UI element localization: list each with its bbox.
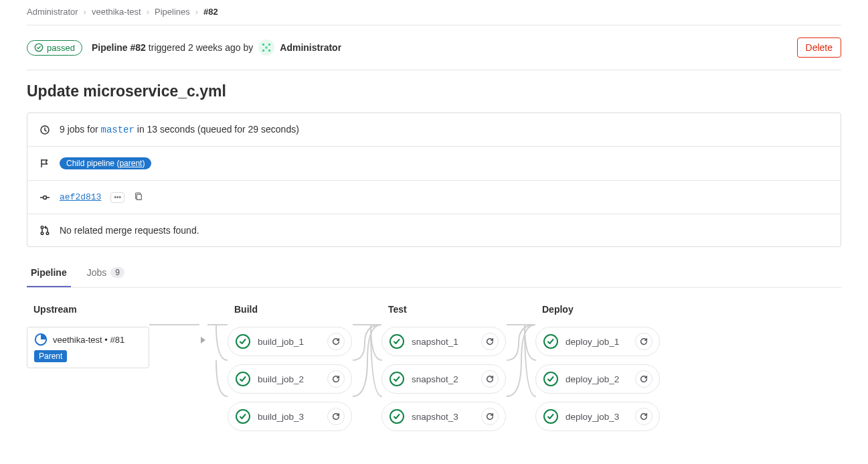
- merge-requests-row: No related merge requests found.: [27, 214, 841, 246]
- flag-icon: [39, 158, 50, 169]
- job-name: deploy_job_1: [566, 337, 628, 347]
- job-pill[interactable]: build_job_1: [228, 327, 352, 356]
- stage-title-deploy: Deploy: [535, 304, 689, 315]
- breadcrumb-separator: ›: [84, 7, 86, 17]
- child-pipeline-row: Child pipeline (parent): [27, 147, 841, 181]
- breadcrumb-current: #82: [203, 7, 218, 17]
- deploy-column: Deploy deploy_job_1 deploy_job_2 deploy_…: [535, 304, 689, 431]
- parent-pipeline-link[interactable]: parent: [119, 159, 142, 168]
- retry-button[interactable]: [635, 333, 653, 350]
- pipeline-id: Pipeline #82: [92, 42, 146, 53]
- commit-sha-link[interactable]: aef2d813: [60, 192, 101, 202]
- retry-button[interactable]: [327, 370, 345, 388]
- pipeline-details-card: 9 jobs for master in 13 seconds (queued …: [27, 112, 841, 247]
- jobs-count-badge: 9: [110, 267, 124, 278]
- job-name: snapshot_2: [412, 374, 474, 384]
- chevron-right-icon: [201, 337, 205, 343]
- svg-rect-8: [137, 194, 141, 200]
- breadcrumb-separator: ›: [195, 7, 198, 17]
- commit-icon: [39, 192, 50, 203]
- svg-rect-4: [262, 50, 264, 52]
- svg-rect-3: [266, 47, 268, 49]
- retry-button[interactable]: [635, 370, 653, 388]
- delete-button[interactable]: Delete: [797, 37, 841, 58]
- child-pipeline-badge: Child pipeline (parent): [60, 157, 151, 169]
- pipeline-tabs: Pipeline Jobs 9: [27, 259, 841, 288]
- job-pill[interactable]: snapshot_3: [381, 402, 506, 431]
- page-title: Update microservice_c.yml: [27, 70, 841, 112]
- check-circle-icon: [235, 371, 251, 387]
- parent-badge: Parent: [34, 350, 67, 362]
- expand-commit-button[interactable]: •••: [110, 192, 124, 203]
- running-icon: [34, 333, 48, 346]
- job-pill[interactable]: deploy_job_1: [535, 327, 660, 356]
- retry-button[interactable]: [327, 333, 345, 350]
- breadcrumb-item[interactable]: Pipelines: [155, 7, 190, 17]
- branch-link[interactable]: master: [100, 125, 134, 135]
- pipeline-header: passed Pipeline #82 triggered 2 weeks ag…: [27, 25, 841, 70]
- retry-button[interactable]: [327, 408, 345, 425]
- job-pill[interactable]: snapshot_2: [381, 364, 506, 394]
- merge-request-icon: [39, 225, 50, 236]
- stage-title-upstream: Upstream: [27, 304, 228, 315]
- job-name: snapshot_3: [412, 412, 474, 422]
- job-pill[interactable]: build_job_2: [228, 364, 352, 394]
- breadcrumb-item[interactable]: veethika-test: [92, 7, 141, 17]
- stage-title-build: Build: [228, 304, 381, 315]
- clock-icon: [39, 125, 50, 135]
- upstream-pipeline-card[interactable]: veethika-test • #81 Parent: [27, 327, 149, 368]
- svg-rect-2: [268, 44, 270, 46]
- status-badge[interactable]: passed: [27, 40, 82, 56]
- job-name: deploy_job_3: [566, 412, 628, 422]
- retry-button[interactable]: [635, 408, 653, 425]
- identicon-icon: [260, 41, 273, 54]
- retry-button[interactable]: [481, 370, 499, 388]
- job-name: snapshot_1: [412, 337, 474, 347]
- breadcrumb-item[interactable]: Administrator: [27, 7, 78, 17]
- job-name: deploy_job_2: [566, 374, 628, 384]
- check-circle-icon: [34, 43, 44, 52]
- jobs-row: 9 jobs for master in 13 seconds (queued …: [27, 113, 841, 147]
- upstream-column: Upstream veethika-test • #81 Parent: [27, 304, 228, 431]
- svg-rect-5: [268, 50, 270, 52]
- tab-pipeline[interactable]: Pipeline: [27, 259, 71, 287]
- triggered-text: triggered 2 weeks ago by: [149, 42, 253, 53]
- check-circle-icon: [543, 408, 559, 424]
- copy-sha-button[interactable]: [134, 191, 143, 203]
- test-column: Test snapshot_1 snapshot_2 snapshot_3: [381, 304, 535, 431]
- upstream-title: veethika-test • #81: [53, 335, 124, 345]
- author-name[interactable]: Administrator: [280, 42, 341, 53]
- job-pill[interactable]: snapshot_1: [381, 327, 506, 356]
- retry-button[interactable]: [481, 333, 499, 350]
- check-circle-icon: [543, 333, 559, 350]
- job-pill[interactable]: build_job_3: [228, 402, 352, 431]
- check-circle-icon: [389, 408, 405, 424]
- svg-rect-1: [262, 44, 264, 46]
- job-pill[interactable]: deploy_job_2: [535, 364, 660, 394]
- job-name: build_job_1: [258, 337, 321, 347]
- pipeline-info: Pipeline #82 triggered 2 weeks ago by Ad…: [92, 40, 341, 56]
- job-name: build_job_3: [258, 412, 321, 422]
- check-circle-icon: [543, 371, 559, 387]
- breadcrumb-separator: ›: [147, 7, 149, 17]
- check-circle-icon: [235, 333, 251, 350]
- breadcrumb: Administrator › veethika-test › Pipeline…: [27, 7, 841, 25]
- avatar[interactable]: [258, 40, 274, 56]
- job-name: build_job_2: [258, 374, 321, 384]
- check-circle-icon: [389, 371, 405, 387]
- build-column: Build build_job_1 build_job_2 build_job_…: [228, 304, 381, 431]
- check-circle-icon: [235, 408, 251, 424]
- commit-row: aef2d813 •••: [27, 181, 841, 214]
- tab-jobs[interactable]: Jobs 9: [83, 259, 128, 287]
- stage-title-test: Test: [381, 304, 535, 315]
- retry-button[interactable]: [481, 408, 499, 425]
- check-circle-icon: [389, 333, 405, 350]
- svg-point-7: [44, 196, 47, 199]
- pipeline-graph: Upstream veethika-test • #81 Parent Buil…: [27, 288, 841, 431]
- merge-requests-text: No related merge requests found.: [60, 225, 199, 236]
- job-pill[interactable]: deploy_job_3: [535, 402, 660, 431]
